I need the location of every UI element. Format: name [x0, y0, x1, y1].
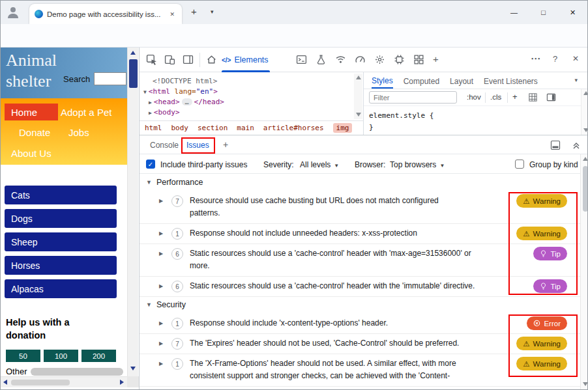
category-button-alpacas[interactable]: Alpacas: [5, 279, 117, 298]
issue-row[interactable]: ▶6Static resources should use a 'cache-c…: [140, 276, 580, 296]
scroll-right-icon[interactable]: [120, 380, 124, 385]
hover-state-button[interactable]: :hov: [467, 93, 481, 101]
settings-gear-icon[interactable]: [374, 54, 385, 65]
scroll-down-icon[interactable]: [356, 113, 361, 117]
inspect-element-icon[interactable]: [146, 54, 157, 65]
include-third-party-checkbox[interactable]: ✓: [146, 160, 155, 169]
expand-issue-icon[interactable]: ▶: [159, 247, 166, 260]
expand-drawer-icon[interactable]: [571, 140, 581, 150]
styles-scrollbar[interactable]: [581, 89, 588, 135]
scroll-up-icon[interactable]: [583, 91, 588, 95]
expand-node-icon[interactable]: ▼: [143, 89, 147, 95]
tab-issues[interactable]: Issues: [186, 141, 209, 150]
close-button[interactable]: ✕: [558, 1, 587, 24]
maximize-button[interactable]: □: [529, 1, 558, 24]
breadcrumb-img[interactable]: img: [333, 123, 353, 133]
nav-link-about[interactable]: About Us: [11, 148, 51, 159]
tab-actions-chevron-icon[interactable]: ▾: [211, 8, 214, 15]
help-icon[interactable]: ?: [553, 54, 557, 64]
layout-grid-icon[interactable]: [528, 92, 538, 102]
new-style-rule-button[interactable]: +: [512, 92, 518, 102]
expand-issue-icon[interactable]: ▶: [159, 227, 166, 240]
breadcrumb-body[interactable]: body: [171, 124, 189, 132]
nav-link-home[interactable]: Home: [5, 104, 58, 120]
experiments-icon[interactable]: [316, 54, 327, 65]
other-amount-slider[interactable]: [31, 368, 123, 376]
issues-scrollbar[interactable]: [580, 154, 588, 390]
severity-dropdown[interactable]: All levels▼: [300, 160, 339, 169]
add-drawer-tab-button[interactable]: +: [223, 139, 228, 150]
body-node[interactable]: <body>: [154, 108, 180, 117]
breadcrumb-section[interactable]: section: [198, 124, 228, 132]
collapsed-content-icon[interactable]: …: [182, 98, 192, 105]
scroll-left-icon[interactable]: [3, 380, 7, 385]
styles-tab-styles[interactable]: Styles: [372, 73, 393, 89]
performance-panel-icon[interactable]: [355, 54, 366, 65]
scroll-up-icon[interactable]: [583, 157, 588, 161]
tab-console[interactable]: Console: [150, 141, 179, 150]
panels-layout-icon[interactable]: [183, 54, 194, 65]
doctype-node[interactable]: <!DOCTYPE html>: [153, 77, 217, 85]
scroll-up-icon[interactable]: [356, 76, 361, 79]
profile-avatar-icon[interactable]: [5, 5, 21, 20]
page-vertical-scrollbar[interactable]: [127, 48, 138, 376]
nav-link-donate[interactable]: Donate: [19, 127, 50, 138]
scroll-down-icon[interactable]: [583, 128, 588, 132]
tab-elements[interactable]: </> Elements: [222, 48, 269, 72]
expand-issue-icon[interactable]: ▶: [159, 280, 166, 292]
issue-row[interactable]: ▶7The 'Expires' header should not be use…: [140, 333, 580, 354]
page-horizontal-scrollbar[interactable]: [1, 376, 127, 387]
breadcrumb-html[interactable]: html: [145, 124, 162, 132]
breadcrumb-main[interactable]: main: [237, 124, 254, 132]
browser-tab[interactable]: Demo page with accessibility iss... ✕: [29, 4, 182, 24]
memory-panel-icon[interactable]: [394, 54, 405, 65]
computed-sidebar-icon[interactable]: [546, 92, 556, 102]
styles-tab-computed[interactable]: Computed: [404, 74, 439, 88]
element-classes-button[interactable]: .cls: [490, 93, 501, 101]
issue-row[interactable]: ▶1Response should include 'x-content-typ…: [140, 313, 580, 333]
expand-issue-icon[interactable]: ▶: [159, 195, 166, 207]
close-devtools-icon[interactable]: ✕: [572, 54, 579, 63]
site-search-input[interactable]: [94, 72, 126, 85]
issue-row[interactable]: ▶1Response should not include unneeded h…: [140, 223, 580, 244]
group-by-kind-checkbox[interactable]: [515, 160, 524, 169]
issue-row[interactable]: ▶7Resource should use cache busting but …: [140, 191, 580, 223]
expand-node-icon[interactable]: ▶: [149, 100, 152, 105]
new-tab-button[interactable]: +: [191, 6, 197, 17]
application-panel-icon[interactable]: [413, 54, 424, 65]
scroll-down-icon[interactable]: [130, 367, 136, 370]
issue-row[interactable]: ▶6Static resources should use a 'cache-c…: [140, 244, 580, 276]
html-node[interactable]: <html: [149, 87, 170, 96]
scroll-down-icon[interactable]: [583, 382, 588, 386]
head-node[interactable]: <head>: [154, 98, 180, 106]
add-panel-button[interactable]: +: [433, 53, 439, 64]
more-options-icon[interactable]: ⋯: [531, 53, 540, 64]
minimize-button[interactable]: —: [499, 1, 529, 24]
donate-100-button[interactable]: 100: [44, 350, 78, 362]
expand-issue-icon[interactable]: ▶: [159, 317, 166, 329]
scroll-up-icon[interactable]: [130, 51, 136, 55]
category-button-dogs[interactable]: Dogs: [5, 209, 117, 228]
donate-50-button[interactable]: 50: [6, 350, 40, 362]
more-tabs-chevron-icon[interactable]: ▾: [574, 77, 578, 83]
welcome-home-icon[interactable]: [206, 54, 217, 65]
console-panel-icon[interactable]: [296, 54, 307, 65]
breadcrumb-article-horses[interactable]: article#horses: [263, 124, 324, 132]
element-style-rule[interactable]: element.style {: [369, 111, 434, 120]
expand-node-icon[interactable]: ▶: [149, 110, 152, 116]
dock-drawer-icon[interactable]: [550, 140, 561, 150]
issues-section-header-security[interactable]: ▼Security: [140, 296, 580, 313]
styles-tab-layout[interactable]: Layout: [450, 74, 473, 88]
dom-scrollbar[interactable]: [354, 74, 362, 119]
page-hscroll-thumb[interactable]: [11, 380, 70, 385]
nav-link-adopt[interactable]: Adopt a Pet: [61, 107, 111, 118]
styles-filter-input[interactable]: [369, 91, 457, 104]
browser-dropdown[interactable]: Top browsers▼: [390, 160, 445, 169]
category-button-cats[interactable]: Cats: [5, 186, 117, 204]
page-scroll-thumb[interactable]: [129, 59, 138, 88]
device-emulation-icon[interactable]: [164, 54, 175, 65]
category-button-horses[interactable]: Horses: [5, 256, 117, 275]
nav-link-jobs[interactable]: Jobs: [68, 127, 89, 138]
issues-scroll-thumb[interactable]: [583, 166, 588, 212]
expand-issue-icon[interactable]: ▶: [159, 357, 166, 370]
